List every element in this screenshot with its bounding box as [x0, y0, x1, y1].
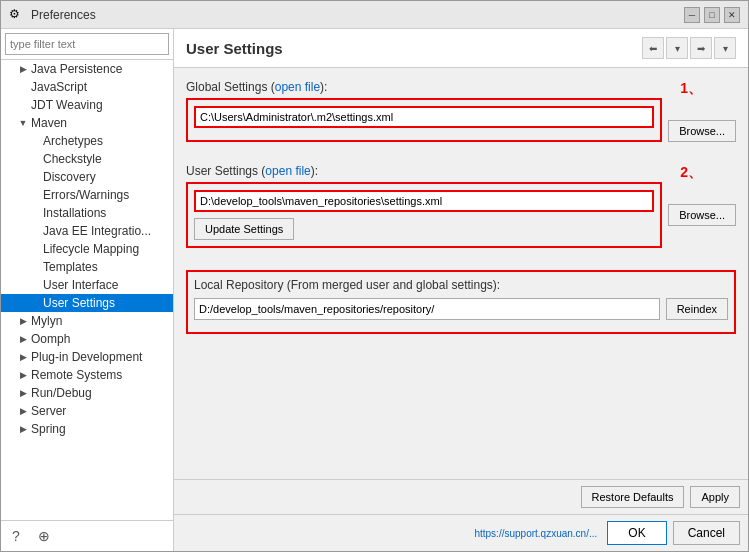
arrow-icon: [29, 153, 41, 165]
arrow-icon: ▶: [17, 351, 29, 363]
link-button[interactable]: ⊕: [33, 525, 55, 547]
sidebar-item-javascript[interactable]: JavaScript: [1, 78, 173, 96]
sidebar-item-spring[interactable]: ▶ Spring: [1, 420, 173, 438]
sidebar-item-label: Templates: [43, 260, 98, 274]
sidebar-item-label: Lifecycle Mapping: [43, 242, 139, 256]
sidebar-item-remote-systems[interactable]: ▶ Remote Systems: [1, 366, 173, 384]
sidebar-item-server[interactable]: ▶ Server: [1, 402, 173, 420]
panel-header: User Settings ⬅ ▾ ➡ ▾: [174, 29, 748, 68]
sidebar-item-label: User Interface: [43, 278, 118, 292]
cancel-button[interactable]: Cancel: [673, 521, 740, 545]
local-repo-label: Local Repository (From merged user and g…: [194, 278, 728, 292]
sidebar-item-label: JavaScript: [31, 80, 87, 94]
sidebar-item-errors-warnings[interactable]: Errors/Warnings: [1, 186, 173, 204]
right-panel: User Settings ⬅ ▾ ➡ ▾ Global Settings (o…: [174, 29, 748, 551]
sidebar-item-label: JDT Weaving: [31, 98, 103, 112]
search-input[interactable]: [5, 33, 169, 55]
nav-back-button[interactable]: ⬅: [642, 37, 664, 59]
panel-body: Global Settings (open file): 1、 Browse..…: [174, 68, 748, 479]
nav-forward-dropdown-button[interactable]: ▾: [714, 37, 736, 59]
user-settings-input[interactable]: [194, 190, 654, 212]
sidebar-item-plug-in-development[interactable]: ▶ Plug-in Development: [1, 348, 173, 366]
arrow-icon: ▶: [17, 405, 29, 417]
user-settings-section: User Settings (open file): 2、 Update Set…: [186, 164, 736, 256]
arrow-icon: [17, 81, 29, 93]
nav-dropdown-button[interactable]: ▾: [666, 37, 688, 59]
local-repo-input[interactable]: [194, 298, 660, 320]
sidebar-item-user-settings[interactable]: User Settings: [1, 294, 173, 312]
title-bar: ⚙ Preferences ─ □ ✕: [1, 1, 748, 29]
arrow-icon: ▼: [17, 117, 29, 129]
sidebar-item-mylyn[interactable]: ▶ Mylyn: [1, 312, 173, 330]
browse-button-2[interactable]: Browse...: [668, 204, 736, 226]
user-settings-label: User Settings (open file):: [186, 164, 736, 178]
window-controls: ─ □ ✕: [684, 7, 740, 23]
sidebar-item-archetypes[interactable]: Archetypes: [1, 132, 173, 150]
apply-button[interactable]: Apply: [690, 486, 740, 508]
update-settings-button[interactable]: Update Settings: [194, 218, 294, 240]
nav-forward-button[interactable]: ➡: [690, 37, 712, 59]
arrow-icon: [29, 297, 41, 309]
status-bar: https://support.qzxuan.cn/...: [182, 528, 601, 539]
sidebar-item-run-debug[interactable]: ▶ Run/Debug: [1, 384, 173, 402]
minimize-button[interactable]: ─: [684, 7, 700, 23]
arrow-icon: [29, 225, 41, 237]
window-icon: ⚙: [9, 7, 25, 23]
global-settings-input[interactable]: [194, 106, 654, 128]
sidebar-item-templates[interactable]: Templates: [1, 258, 173, 276]
global-settings-box: [186, 98, 662, 142]
user-settings-box: Update Settings: [186, 182, 662, 248]
sidebar-item-jdt-weaving[interactable]: JDT Weaving: [1, 96, 173, 114]
sidebar-item-java-ee[interactable]: Java EE Integratio...: [1, 222, 173, 240]
sidebar-item-user-interface[interactable]: User Interface: [1, 276, 173, 294]
panel-title: User Settings: [186, 40, 283, 57]
sidebar: ▶ Java Persistence JavaScript JDT Weavin…: [1, 29, 174, 551]
sidebar-item-installations[interactable]: Installations: [1, 204, 173, 222]
sidebar-item-label: Mylyn: [31, 314, 62, 328]
search-box: [1, 29, 173, 60]
arrow-icon: [29, 279, 41, 291]
browse-button-1[interactable]: Browse...: [668, 120, 736, 142]
sidebar-item-label: Maven: [31, 116, 67, 130]
sidebar-item-label: Plug-in Development: [31, 350, 142, 364]
arrow-icon: ▶: [17, 63, 29, 75]
arrow-icon: ▶: [17, 369, 29, 381]
help-button[interactable]: ?: [5, 525, 27, 547]
global-settings-input-row: [194, 106, 654, 128]
global-settings-section: Global Settings (open file): 1、 Browse..…: [186, 80, 736, 150]
close-button[interactable]: ✕: [724, 7, 740, 23]
sidebar-item-oomph[interactable]: ▶ Oomph: [1, 330, 173, 348]
restore-defaults-button[interactable]: Restore Defaults: [581, 486, 685, 508]
ok-button[interactable]: OK: [607, 521, 666, 545]
tree-area: ▶ Java Persistence JavaScript JDT Weavin…: [1, 60, 173, 520]
maximize-button[interactable]: □: [704, 7, 720, 23]
user-settings-link[interactable]: open file: [265, 164, 310, 178]
sidebar-item-checkstyle[interactable]: Checkstyle: [1, 150, 173, 168]
sidebar-item-label: Errors/Warnings: [43, 188, 129, 202]
global-settings-label: Global Settings (open file):: [186, 80, 736, 94]
arrow-icon: [29, 189, 41, 201]
sidebar-item-label: Discovery: [43, 170, 96, 184]
arrow-icon: [29, 261, 41, 273]
sidebar-item-discovery[interactable]: Discovery: [1, 168, 173, 186]
arrow-icon: [17, 99, 29, 111]
sidebar-item-label: Checkstyle: [43, 152, 102, 166]
annotation-1: 1、: [680, 80, 702, 98]
arrow-icon: ▶: [17, 315, 29, 327]
local-repo-box: Local Repository (From merged user and g…: [186, 270, 736, 334]
sidebar-item-label: Spring: [31, 422, 66, 436]
reindex-button[interactable]: Reindex: [666, 298, 728, 320]
window-title: Preferences: [31, 8, 684, 22]
sidebar-item-maven[interactable]: ▼ Maven: [1, 114, 173, 132]
arrow-icon: [29, 171, 41, 183]
main-content: ▶ Java Persistence JavaScript JDT Weavin…: [1, 29, 748, 551]
global-settings-link[interactable]: open file: [275, 80, 320, 94]
arrow-icon: ▶: [17, 387, 29, 399]
sidebar-item-label: Installations: [43, 206, 106, 220]
sidebar-item-label: Archetypes: [43, 134, 103, 148]
preferences-window: ⚙ Preferences ─ □ ✕ ▶ Java Persistence J…: [0, 0, 749, 552]
user-settings-input-row: [194, 190, 654, 212]
sidebar-item-lifecycle-mapping[interactable]: Lifecycle Mapping: [1, 240, 173, 258]
sidebar-item-java-persistence[interactable]: ▶ Java Persistence: [1, 60, 173, 78]
sidebar-item-label: Run/Debug: [31, 386, 92, 400]
